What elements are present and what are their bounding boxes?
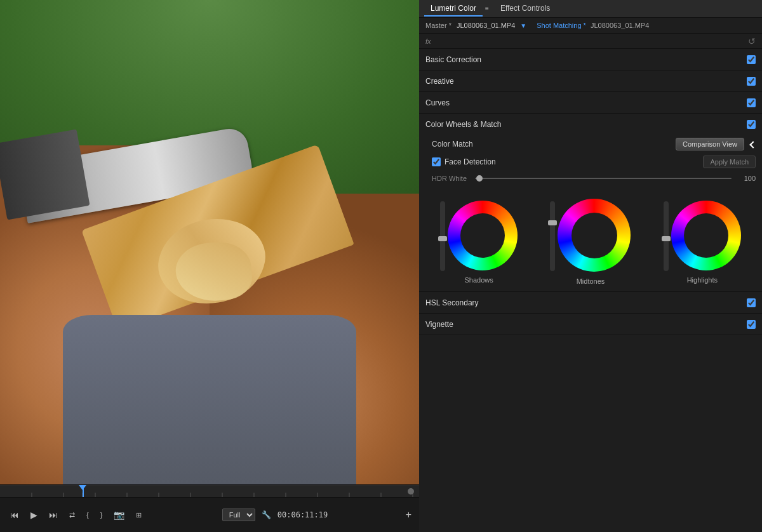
section-creative[interactable]: Creative: [419, 70, 762, 92]
step-forward-button[interactable]: ⏭: [46, 509, 60, 521]
midtones-wheel-svg: [558, 199, 631, 272]
face-detection-checkbox[interactable]: [432, 157, 441, 166]
panel-tabs: Lumetri Color ≡ Effect Controls: [419, 0, 762, 18]
video-panel: ⏮ ▶ ⏭ ⇄ { } 📷 ⊞ Full 1/2 1/4 1/8 🔧 00:06…: [0, 0, 419, 532]
basic-correction-checkbox[interactable]: [747, 55, 756, 64]
section-basic-correction[interactable]: Basic Correction: [419, 49, 762, 70]
highlights-left-thumb[interactable]: [662, 236, 671, 241]
video-frame: [0, 0, 419, 484]
hdr-white-row: HDR White 100: [419, 171, 762, 186]
hsl-secondary-label: HSL Secondary: [425, 298, 479, 307]
highlights-left-slider[interactable]: [664, 201, 669, 271]
section-hsl-secondary[interactable]: HSL Secondary: [419, 292, 762, 314]
master-prefix: Master *: [425, 22, 451, 29]
transport-controls: ⏮ ▶ ⏭ ⇄ { } 📷 ⊞ Full 1/2 1/4 1/8 🔧 00:06…: [0, 498, 419, 532]
shadows-left-thumb[interactable]: [438, 236, 447, 241]
comparison-view-button[interactable]: Comparison View: [676, 138, 744, 150]
highlights-wheel-with-slider: [664, 201, 741, 272]
camera-button[interactable]: 📷: [111, 509, 127, 521]
curves-checkbox[interactable]: [747, 98, 756, 107]
wheels-container: Shadows: [419, 186, 762, 291]
midtones-wheel-with-slider: [550, 199, 631, 274]
transport-bar: ⏮ ▶ ⏭ ⇄ { } 📷 ⊞ Full 1/2 1/4 1/8 🔧 00:06…: [0, 484, 419, 532]
add-marker-button[interactable]: +: [406, 509, 411, 521]
knife-handle: [0, 129, 90, 220]
shadows-wheel-with-slider: [440, 201, 518, 272]
in-point-button[interactable]: {: [84, 510, 91, 520]
hdr-white-slider[interactable]: [475, 178, 732, 179]
highlights-wheel-svg: [671, 201, 741, 270]
shadows-wheel[interactable]: [448, 201, 518, 272]
shadows-label: Shadows: [465, 276, 493, 284]
shadows-wheel-item: Shadows: [440, 201, 518, 284]
midtones-wheel[interactable]: [558, 199, 631, 274]
highlights-label: Highlights: [687, 276, 718, 284]
midtones-label: Midtones: [577, 277, 605, 285]
tab-lumetri-color[interactable]: Lumetri Color: [424, 1, 483, 17]
timeline-ticks: [0, 485, 419, 498]
out-point-button[interactable]: }: [98, 510, 105, 520]
tab-effect-controls[interactable]: Effect Controls: [494, 1, 556, 17]
resolution-select[interactable]: Full 1/2 1/4 1/8: [222, 509, 255, 521]
midtones-left-slider[interactable]: [550, 201, 555, 271]
reset-icon[interactable]: ↺: [748, 36, 756, 46]
highlights-wheel-item: Highlights: [664, 201, 741, 284]
apply-match-button[interactable]: Apply Match: [703, 156, 756, 168]
hdr-white-thumb[interactable]: [476, 175, 483, 182]
color-wheels-checkbox[interactable]: [747, 120, 756, 129]
face-detection-row: Face Detection Apply Match: [419, 153, 762, 171]
hdr-white-label: HDR White: [432, 175, 470, 182]
play-button[interactable]: ▶: [28, 509, 40, 521]
basic-correction-label: Basic Correction: [425, 55, 481, 64]
color-wheels-header[interactable]: Color Wheels & Match: [419, 114, 762, 135]
fx-label: fx: [425, 37, 431, 45]
timecode-display: 00:06:11:19: [277, 510, 328, 519]
cloth-area: [63, 315, 356, 484]
creative-checkbox[interactable]: [747, 77, 756, 86]
hsl-secondary-checkbox[interactable]: [747, 298, 756, 307]
shot-match-label: Shot Matching * JL080063_01.MP4: [537, 22, 649, 29]
settings-icon[interactable]: 🔧: [262, 510, 271, 519]
transport-right: Full 1/2 1/4 1/8 🔧 00:06:11:19: [222, 509, 328, 521]
color-wheels-label: Color Wheels & Match: [425, 120, 501, 129]
creative-label: Creative: [425, 77, 454, 86]
color-match-row: Color Match Comparison View: [419, 135, 762, 153]
timeline-ruler[interactable]: [0, 485, 419, 498]
shadows-wheel-svg: [448, 201, 518, 270]
loop-button[interactable]: ⇄: [67, 510, 77, 521]
hdr-white-value: 100: [737, 175, 756, 182]
clip-bar: Master * JL080063_01.MP4 ▼ Shot Matching…: [419, 18, 762, 34]
lumetri-menu-icon[interactable]: ≡: [485, 5, 489, 12]
color-wheels-section: Color Wheels & Match Color Match Compari…: [419, 114, 762, 292]
fx-row: fx ↺: [419, 34, 762, 49]
cursor-indicator: [749, 141, 756, 148]
vignette-checkbox[interactable]: [747, 320, 756, 329]
section-curves[interactable]: Curves: [419, 92, 762, 114]
go-to-start-button[interactable]: ⏮: [8, 509, 22, 521]
face-detection-label: Face Detection: [444, 157, 496, 166]
vignette-label: Vignette: [425, 320, 453, 329]
color-match-label: Color Match: [432, 140, 473, 149]
lumetri-panel: Lumetri Color ≡ Effect Controls Master *…: [419, 0, 762, 532]
shadows-left-slider[interactable]: [440, 201, 445, 271]
midtones-left-thumb[interactable]: [548, 220, 557, 225]
curves-label: Curves: [425, 98, 450, 107]
section-vignette[interactable]: Vignette: [419, 314, 762, 335]
export-button[interactable]: ⊞: [133, 510, 144, 521]
timeline-end: [408, 488, 414, 495]
midtones-wheel-item: Midtones: [550, 199, 631, 285]
master-clip-name: JL080063_01.MP4: [457, 22, 515, 29]
highlights-wheel[interactable]: [671, 201, 741, 272]
master-dropdown-icon[interactable]: ▼: [520, 22, 526, 29]
